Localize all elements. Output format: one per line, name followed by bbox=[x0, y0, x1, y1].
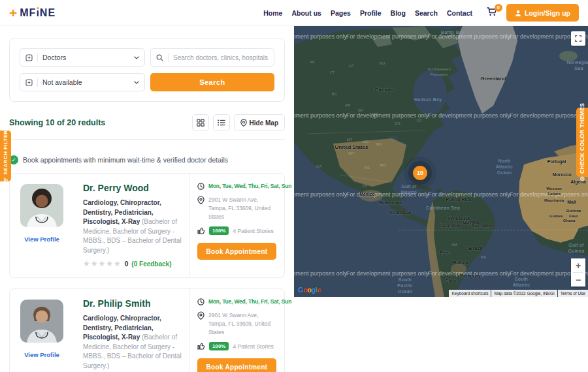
address-row: 2901 W Swann Ave, Tampa, FL 33609, Unite… bbox=[197, 196, 276, 221]
nav-home[interactable]: Home bbox=[263, 9, 282, 17]
specialty-value: Doctors bbox=[42, 54, 66, 61]
availability-select[interactable]: Not available bbox=[20, 73, 145, 91]
nav-about-us[interactable]: About us bbox=[291, 9, 321, 17]
divider bbox=[37, 54, 38, 62]
match-badge: 100% bbox=[209, 342, 229, 350]
grid-view-button[interactable] bbox=[192, 114, 209, 131]
logo-plus-icon: + bbox=[9, 6, 17, 20]
nav-profile[interactable]: Profile bbox=[360, 9, 382, 17]
availability-value: Not available bbox=[42, 78, 82, 86]
map-data-attribution: Map data ©2022 Google, INEGI bbox=[491, 290, 557, 297]
header: + MFıNE Home About us Pages Profile Blog… bbox=[0, 0, 588, 26]
availability-icon bbox=[25, 79, 33, 86]
results-count: Showing 10 of 20 redults bbox=[9, 118, 105, 127]
fullscreen-button[interactable] bbox=[571, 31, 585, 46]
nav-blog[interactable]: Blog bbox=[391, 9, 406, 17]
location-pin-icon bbox=[197, 311, 204, 320]
map-pin-icon bbox=[240, 119, 247, 127]
user-icon bbox=[515, 10, 521, 16]
location-pin-icon bbox=[197, 196, 204, 204]
terms-of-use-link[interactable]: Terms of Use bbox=[558, 290, 588, 297]
chevron-down-icon bbox=[134, 81, 139, 84]
divider bbox=[37, 78, 38, 87]
doctor-specialties: Cardiology, Chiropractor, Dentistry, Ped… bbox=[83, 198, 182, 255]
grid-icon bbox=[197, 119, 204, 127]
zoom-in-button[interactable]: + bbox=[571, 258, 585, 272]
doctor-specialties: Cardiology, Chiropractor, Dentistry, Ped… bbox=[83, 314, 182, 371]
doctor-name[interactable]: Dr. Perry Wood bbox=[83, 183, 182, 193]
logo-text: MFıNE bbox=[20, 7, 56, 19]
view-profile-link[interactable]: View Profile bbox=[20, 236, 63, 243]
doctor-photo[interactable] bbox=[20, 300, 63, 343]
map[interactable]: For development purposes onlyFor develop… bbox=[294, 26, 588, 297]
search-button[interactable]: Search bbox=[150, 73, 274, 91]
google-logo-letter: G bbox=[298, 286, 303, 294]
match-badge: 100% bbox=[209, 226, 229, 235]
doctor-booking-section: Mon, Tue, Wed, Thu, Fri, Sat, Sun 2901 W… bbox=[189, 174, 284, 277]
specialty-select[interactable]: Doctors bbox=[20, 48, 145, 67]
availability-row: Mon, Tue, Wed, Thu, Fri, Sat, Sun bbox=[197, 298, 276, 305]
hide-map-button[interactable]: Hide Map bbox=[234, 114, 285, 131]
nav-search[interactable]: Search bbox=[415, 9, 438, 17]
login-signup-button[interactable]: Login/Sign up bbox=[506, 4, 579, 22]
gear-icon: ⚙ bbox=[580, 176, 585, 182]
book-appointment-button[interactable]: Book Appointment bbox=[197, 243, 276, 260]
nav-pages[interactable]: Pages bbox=[331, 9, 351, 17]
doctor-card: View Profile Dr. Philip Smith Cardiology… bbox=[9, 288, 285, 372]
doctor-photo[interactable] bbox=[20, 184, 63, 227]
view-toggles: Hide Map bbox=[192, 114, 285, 131]
map-cluster-marker[interactable]: 10 bbox=[413, 166, 427, 180]
rating-row: ★★★★★ 0 (0 Feedback) bbox=[83, 259, 182, 268]
doctor-info-section: Dr. Perry Wood Cardiology, Chiropractor,… bbox=[74, 174, 189, 277]
thumbs-up-icon bbox=[197, 226, 205, 234]
rating-value: 0 bbox=[125, 260, 129, 268]
zoom-out-button[interactable]: − bbox=[571, 273, 585, 287]
fullscreen-icon bbox=[574, 35, 582, 42]
search-input-wrap bbox=[150, 48, 274, 67]
chevron-down-icon bbox=[134, 56, 139, 59]
map-terrain bbox=[294, 26, 588, 297]
stories-row: 100% 4 Patient Stories bbox=[197, 226, 276, 235]
header-actions: 0 Login/Sign up bbox=[487, 4, 579, 22]
clock-icon bbox=[197, 183, 204, 190]
rating-feedback: (0 Feedback) bbox=[131, 260, 171, 268]
filter-icon bbox=[3, 177, 8, 182]
patient-stories: 4 Patient Stories bbox=[233, 343, 273, 350]
doctor-name[interactable]: Dr. Philip Smith bbox=[83, 298, 182, 309]
keyboard-shortcuts-link[interactable]: Keyboard shortcuts bbox=[449, 290, 491, 297]
google-logo-letter: e bbox=[317, 286, 321, 294]
divider bbox=[9, 139, 285, 140]
color-themes-tab[interactable]: ⚙ CHECK COLOR THEMES bbox=[576, 108, 588, 177]
clock-icon bbox=[197, 298, 204, 305]
list-view-button[interactable] bbox=[213, 114, 230, 131]
results-header: Showing 10 of 20 redults bbox=[9, 114, 285, 131]
doctor-photo-section: View Profile bbox=[10, 174, 74, 277]
divider bbox=[168, 54, 169, 62]
cart-button[interactable]: 0 bbox=[487, 7, 497, 19]
cart-count-badge: 0 bbox=[495, 4, 502, 12]
search-filter-card: Doctors Not available Search bbox=[9, 38, 285, 102]
patient-stories: 4 Patient Stories bbox=[233, 228, 273, 234]
results-panel: Doctors Not available Search bbox=[0, 26, 294, 372]
stories-row: 100% 4 Patient Stories bbox=[197, 342, 276, 350]
book-appointment-button[interactable]: Book Appointment bbox=[197, 358, 276, 372]
search-filter-tab[interactable]: SEARCH FILTER bbox=[0, 131, 11, 181]
doctor-photo-section: View Profile bbox=[10, 289, 74, 372]
thumbs-up-icon bbox=[197, 342, 205, 350]
search-input[interactable] bbox=[173, 54, 269, 61]
google-logo[interactable]: Google bbox=[298, 286, 321, 294]
view-profile-link[interactable]: View Profile bbox=[20, 351, 63, 358]
search-icon bbox=[156, 54, 163, 61]
logo[interactable]: + MFıNE bbox=[9, 6, 56, 20]
star-rating-icons: ★★★★★ bbox=[83, 259, 122, 268]
specialty-icon bbox=[25, 54, 33, 61]
nav-contact[interactable]: Contact bbox=[447, 9, 472, 17]
availability-row: Mon, Tue, Wed, Thu, Fri, Sat, Sun bbox=[197, 183, 276, 190]
doctor-booking-section: Mon, Tue, Wed, Thu, Fri, Sat, Sun 2901 W… bbox=[189, 289, 284, 372]
map-zoom-control: + − bbox=[571, 258, 585, 287]
booking-note: ✓ Book appointments with minimum wait-ti… bbox=[9, 155, 285, 164]
address-row: 2901 W Swann Ave, Tampa, FL 33609, Unite… bbox=[197, 311, 276, 336]
list-icon bbox=[218, 119, 225, 126]
map-attribution: Keyboard shortcuts Map data ©2022 Google… bbox=[449, 290, 588, 297]
doctor-info-section: Dr. Philip Smith Cardiology, Chiropracto… bbox=[74, 289, 189, 372]
